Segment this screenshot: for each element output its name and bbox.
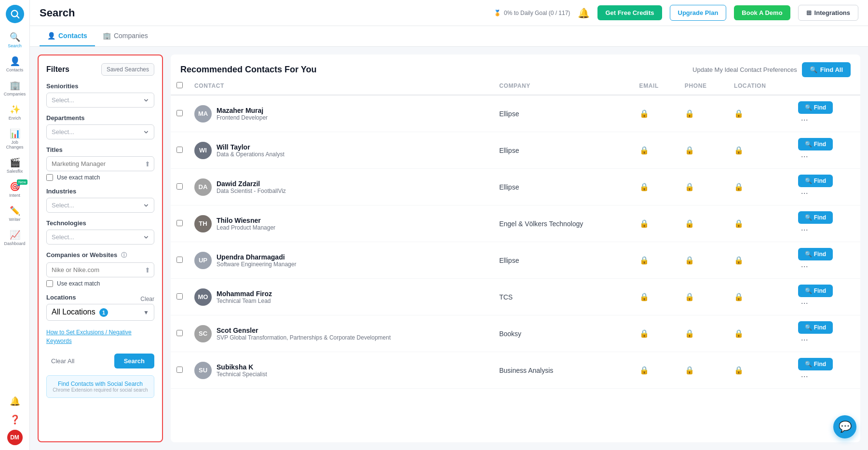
departments-select[interactable]: Select... <box>46 124 154 139</box>
find-button-3[interactable]: 🔍 Find <box>798 175 833 187</box>
find-button-5[interactable]: 🔍 Find <box>798 248 833 260</box>
row-checkbox-7[interactable] <box>176 330 183 336</box>
contact-avatar-2: WI <box>194 142 212 159</box>
more-button-3[interactable]: ··· <box>798 187 811 199</box>
row-checkbox-cell <box>171 169 189 205</box>
sidebar-item-help[interactable]: ❓ <box>7 411 23 428</box>
exclusions-link[interactable]: How to Set Exclusions / Negative Keyword… <box>46 329 132 344</box>
tab-contacts[interactable]: 👤 Contacts <box>40 26 95 46</box>
company-name-3: Ellipse <box>499 183 519 191</box>
locations-clear-link[interactable]: Clear <box>140 296 154 302</box>
more-button-4[interactable]: ··· <box>798 224 811 236</box>
sidebar-item-companies[interactable]: 🏢 Companies <box>0 77 29 99</box>
company-name-4: Engel & Völkers Technology <box>499 220 583 228</box>
row-checkbox-6[interactable] <box>176 293 183 300</box>
companies-upload-icon[interactable]: ⬆ <box>145 266 150 274</box>
integrations-button[interactable]: ⊞ Integrations <box>798 5 858 21</box>
row-checkbox-cell <box>171 279 189 315</box>
row-checkbox-cell <box>171 315 189 352</box>
all-locations-label: All Locations <box>52 308 95 316</box>
industries-select[interactable]: Select... <box>46 198 154 213</box>
sidebar-item-dashboard[interactable]: 📈 Dashboard <box>0 227 29 249</box>
contact-details-1: Mazaher Muraj Frontend Developer <box>217 107 268 121</box>
find-button-7[interactable]: 🔍 Find <box>798 321 833 334</box>
sidebar-item-contacts[interactable]: 👤 Contacts <box>0 53 29 75</box>
location-lock-icon-6: 🔒 <box>734 293 744 301</box>
email-lock-icon-5: 🔒 <box>639 256 649 264</box>
industries-section: Industries Select... <box>46 188 154 213</box>
sidebar-item-intent[interactable]: 🎯 Intent New <box>0 178 29 201</box>
more-button-8[interactable]: ··· <box>798 370 811 382</box>
filter-panel: Filters Saved Searches Seniorities Selec… <box>38 55 163 442</box>
contact-details-3: Dawid Zdarzil Data Scientist - FootballV… <box>217 180 286 194</box>
sidebar-item-salesflix[interactable]: 🎬 Salesflix <box>0 154 29 177</box>
contact-info-2: WI Will Taylor Data & Operations Analyst <box>194 142 488 159</box>
row-checkbox-cell <box>171 242 189 279</box>
more-button-2[interactable]: ··· <box>798 150 811 163</box>
find-button-8[interactable]: 🔍 Find <box>798 358 833 370</box>
upgrade-plan-button[interactable]: Upgrade Plan <box>670 5 727 21</box>
more-button-1[interactable]: ··· <box>798 114 811 126</box>
contact-title-6: Technical Team Lead <box>217 298 272 304</box>
titles-exact-match-row: Use exact match <box>46 174 154 181</box>
contact-details-4: Thilo Wiesner Lead Product Manager <box>217 217 275 231</box>
book-demo-button[interactable]: Book A Demo <box>734 5 790 20</box>
tab-companies[interactable]: 🏢 Companies <box>95 26 156 46</box>
action-cell-5: 🔍 Find ··· <box>792 242 860 279</box>
companies-websites-section: Companies or Websites ⓘ ⬆ Use exact matc… <box>46 251 154 287</box>
location-select-button[interactable]: All Locations 1 ▼ <box>46 304 154 321</box>
clear-all-button[interactable]: Clear All <box>46 355 79 368</box>
integrations-label: Integrations <box>814 9 850 16</box>
user-avatar[interactable]: DM <box>7 430 23 445</box>
companies-input[interactable] <box>46 262 154 277</box>
companies-exact-match-checkbox[interactable] <box>46 280 53 287</box>
contact-avatar-7: SC <box>194 325 212 342</box>
sidebar-item-enrich[interactable]: ✨ Enrich <box>0 101 29 123</box>
find-all-button[interactable]: 🔍 Find All <box>802 62 851 77</box>
chat-bubble[interactable]: 💬 <box>833 415 856 438</box>
more-button-5[interactable]: ··· <box>798 260 811 273</box>
company-name-7: Booksy <box>499 330 521 338</box>
row-checkbox-1[interactable] <box>176 110 183 116</box>
row-checkbox-3[interactable] <box>176 183 183 190</box>
phone-lock-icon-1: 🔒 <box>685 109 694 118</box>
more-button-6[interactable]: ··· <box>798 297 811 309</box>
get-free-credits-button[interactable]: Get Free Credits <box>597 5 662 20</box>
sidebar-item-job-changes[interactable]: 📊 Job Changes <box>0 125 29 152</box>
notification-bell-icon[interactable]: 🔔 <box>578 7 590 19</box>
dashboard-icon: 📈 <box>10 230 20 240</box>
update-prefs-link[interactable]: Update My Ideal Contact Preferences <box>692 66 797 73</box>
search-button[interactable]: Search <box>114 354 154 368</box>
upload-icon[interactable]: ⬆ <box>145 160 150 168</box>
technologies-select[interactable]: Select... <box>46 230 154 245</box>
find-btn-label-4: Find <box>814 214 826 221</box>
find-button-2[interactable]: 🔍 Find <box>798 138 833 150</box>
titles-input[interactable] <box>46 156 154 171</box>
contact-details-2: Will Taylor Data & Operations Analyst <box>217 143 285 158</box>
company-cell-7: Booksy <box>493 315 633 352</box>
contact-name-4: Thilo Wiesner <box>217 217 275 224</box>
email-lock-icon-4: 🔒 <box>639 219 649 228</box>
more-button-7[interactable]: ··· <box>798 334 811 346</box>
row-checkbox-5[interactable] <box>176 257 183 263</box>
sidebar-item-notifications[interactable]: 🔔 <box>7 393 23 409</box>
sidebar-item-search[interactable]: 🔍 Search <box>0 29 29 51</box>
contact-cell-1: MA Mazaher Muraj Frontend Developer <box>189 95 493 132</box>
sidebar-item-intent-label: Intent <box>9 193 20 198</box>
find-search-icon-4: 🔍 <box>805 214 812 221</box>
departments-section: Departments Select... <box>46 114 154 139</box>
find-button-6[interactable]: 🔍 Find <box>798 285 833 297</box>
row-checkbox-4[interactable] <box>176 220 183 226</box>
seniorities-select[interactable]: Select... <box>46 93 154 108</box>
find-button-1[interactable]: 🔍 Find <box>798 101 833 114</box>
row-checkbox-2[interactable] <box>176 147 183 153</box>
titles-exact-match-checkbox[interactable] <box>46 174 53 181</box>
find-button-4[interactable]: 🔍 Find <box>798 211 833 224</box>
sidebar-item-writer[interactable]: ✏️ Writer <box>0 203 29 225</box>
social-search-button[interactable]: Find Contacts with Social Search <box>58 381 143 387</box>
row-checkbox-cell <box>171 95 189 132</box>
saved-searches-button[interactable]: Saved Searches <box>101 63 154 76</box>
app-logo[interactable] <box>6 5 24 23</box>
select-all-checkbox[interactable] <box>176 82 183 88</box>
row-checkbox-8[interactable] <box>176 367 183 373</box>
